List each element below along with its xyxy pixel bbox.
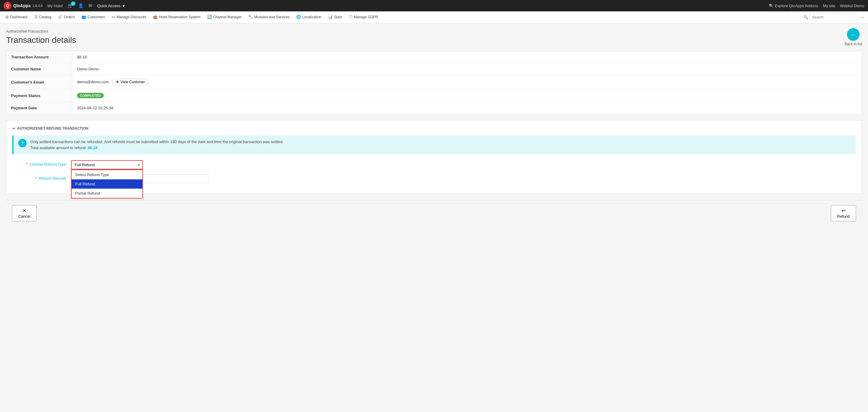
addons-icon: 🔍 [769,4,774,8]
discounts-icon: 🏷 [112,15,115,19]
nav-label-localization: Localization [302,15,321,19]
table-row: Payment Status COMPLETED [6,89,862,102]
field-value-payment-status: COMPLETED [72,89,862,102]
nav-item-customers[interactable]: 👥 Customers [79,11,108,23]
top-bar-right: 🔍 Explore QloApps Addons My site Webkul … [769,4,864,8]
nav-item-stats[interactable]: 📊 Stats [325,11,345,23]
nav-item-channel-manager[interactable]: 🔄 Channel Manager [204,11,245,23]
site-name[interactable]: My Hotel [48,4,63,8]
nav-label-catalog: Catalog [39,15,51,19]
nav-search-wrap: 🔍 ··· [804,14,866,21]
nav-item-orders[interactable]: 🛒 Orders [55,11,78,23]
status-badge: COMPLETED [77,93,104,98]
gdpr-icon: 🛡 [348,15,352,19]
field-label-payment-status: Payment Status [6,89,72,102]
eye-icon: 👁 [116,80,119,84]
info-text-content: Only settled transactions can be refunde… [30,139,283,150]
dropdown-option-partial-refund[interactable]: Partial Refund [72,188,143,198]
user-menu[interactable]: Webkul Demo [840,4,864,8]
table-row: Customer's Email demo@demo.com 👁 View Cu… [6,75,862,89]
available-amount-label: Total available amount to refund: [30,145,87,150]
app-name: QloApps [13,3,31,8]
back-circle-icon: ← [847,28,860,41]
stats-icon: 📊 [328,15,333,19]
x-icon: ✕ [23,208,26,213]
mail-icon[interactable]: ✉ [88,3,92,8]
localization-icon: 🌐 [296,15,301,19]
choose-refund-row: * Choose Refund Type Select Refund Type … [12,160,856,169]
field-label-customer-name: Customer Name [6,63,72,75]
view-customer-button[interactable]: 👁 View Customer [113,79,148,85]
dropdown-option-full-refund[interactable]: Full Refund [72,179,143,188]
nav-label-modules-services: Modules and Services [254,15,289,19]
field-label-payment-date: Payment Date [6,102,72,114]
refund-button[interactable]: ↩ Refund [831,205,856,221]
nav-more-button[interactable]: ··· [859,14,866,20]
available-amount-value: $8.18 [88,145,98,150]
field-value-amount: $8.18 [72,51,862,63]
customers-icon: 👥 [82,15,86,19]
select-refund-wrapper: Select Refund Type Full Refund Partial R… [71,160,143,169]
refund-type-dropdown: Select Refund Type Full Refund Partial R… [71,169,143,199]
back-to-list-label: Back to list [845,42,862,46]
page-content: AuthorizeNet Transactions Transaction de… [0,23,868,231]
page-title-row: AuthorizeNet Transactions Transaction de… [6,28,862,46]
back-to-list-button[interactable]: ← Back to list [845,28,862,46]
page-title: Transaction details [6,35,76,45]
channel-icon: 🔄 [207,15,212,19]
cart-icon-wrap[interactable]: 🛒 21 [67,3,73,8]
nav-label-orders: Orders [64,15,75,19]
nav-label-stats: Stats [334,15,342,19]
undo-icon: ↩ [12,126,15,131]
bottom-bar: ✕ Cancel ↩ Refund [6,200,862,226]
hotel-icon: 🏨 [153,15,158,19]
nav-label-channel-manager: Channel Manager [213,15,242,19]
field-value-email: demo@demo.com 👁 View Customer [72,75,862,89]
chevron-down-icon: ▼ [122,4,126,8]
app-version: 1.6.0.0 [32,4,42,7]
user-icon[interactable]: 👤 [78,3,84,8]
field-label-amount: Transaction Amount [6,51,72,63]
field-value-payment-date: 2024-08-22 10:25:34 [72,102,862,114]
nav-label-manage-discounts: Manage Discounts [117,15,146,19]
field-value-customer-name: Demo Demo [72,63,862,75]
search-input[interactable] [810,14,858,21]
top-bar: Q QloApps 1.6.0.0 My Hotel 🛒 21 👤 ✉ Quic… [0,0,868,11]
nav-label-manage-gdpr: Manage GDPR [354,15,378,19]
explore-addons-link[interactable]: 🔍 Explore QloApps Addons [769,4,818,8]
logo-icon: Q [4,2,11,9]
info-icon: ? [18,139,27,147]
dropdown-option-placeholder[interactable]: Select Refund Type [72,170,143,179]
app-logo[interactable]: Q QloApps 1.6.0.0 [4,2,42,9]
nav-bar: ⊞ Dashboard ☰ Catalog 🛒 Orders 👥 Custome… [0,11,868,23]
nav-item-dashboard[interactable]: ⊞ Dashboard [2,11,31,23]
cancel-button[interactable]: ✕ Cancel [12,205,37,221]
transaction-details-table: Transaction Amount $8.18 Customer Name D… [6,51,862,114]
info-box: ? Only settled transactions can be refun… [12,135,856,154]
nav-item-localization[interactable]: 🌐 Localization [293,11,324,23]
select-wrapper: Select Refund Type Full Refund Partial R… [71,160,143,169]
required-star: * [26,162,27,167]
dashboard-icon: ⊞ [5,15,9,19]
table-row: Payment Date 2024-08-22 10:25:34 [6,102,862,114]
nav-item-manage-gdpr[interactable]: 🛡 Manage GDPR [346,11,381,23]
breadcrumb: AuthorizeNet Transactions [6,29,76,34]
nav-label-dashboard: Dashboard [10,15,28,19]
page-header: AuthorizeNet Transactions Transaction de… [6,29,76,45]
email-value: demo@demo.com [77,80,109,84]
nav-label-hotel-reservation: Hotel Reservation System [159,15,200,19]
nav-item-modules-services[interactable]: 🔧 Modules and Services [245,11,292,23]
table-row: Transaction Amount $8.18 [6,51,862,63]
modules-icon: 🔧 [248,15,253,19]
search-icon[interactable]: 🔍 [804,15,808,20]
refund-arrow-icon: ↩ [842,208,845,213]
my-site-link[interactable]: My site [823,4,835,8]
nav-label-customers: Customers [88,15,105,19]
quick-access-button[interactable]: Quick Access ▼ [97,4,126,8]
choose-refund-select[interactable]: Select Refund Type Full Refund Partial R… [71,160,143,169]
nav-item-catalog[interactable]: ☰ Catalog [31,11,54,23]
nav-item-manage-discounts[interactable]: 🏷 Manage Discounts [108,11,149,23]
field-label-email: Customer's Email [6,75,72,89]
nav-item-hotel-reservation[interactable]: 🏨 Hotel Reservation System [150,11,204,23]
required-star-2: * [35,176,37,180]
